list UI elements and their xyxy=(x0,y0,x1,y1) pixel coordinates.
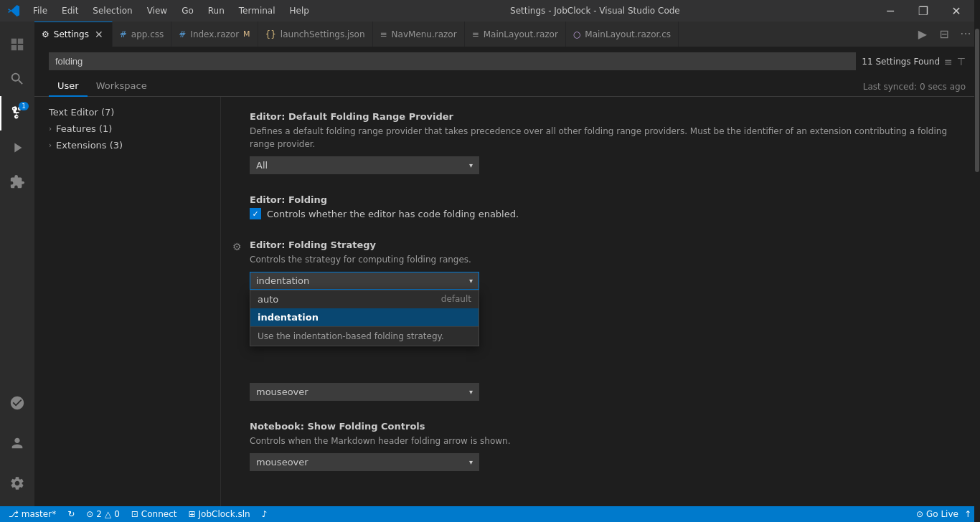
main-layout: 1 ⚙ Settings ✕ # app.cs xyxy=(0,22,980,506)
status-notifications[interactable]: ↑ xyxy=(961,509,974,519)
tab-workspace[interactable]: Workspace xyxy=(88,76,156,97)
extensions-label: Extensions (3) xyxy=(56,140,123,151)
settings-sidebar: Text Editor (7) › Features (1) › Extensi… xyxy=(34,97,221,506)
source-control-badge: 1 xyxy=(19,102,29,110)
folding-checkbox[interactable]: ✓ xyxy=(250,208,261,219)
chevron-down-icon-3: ▾ xyxy=(469,388,473,396)
restore-button[interactable]: ❐ xyxy=(907,0,940,22)
settings-tab-label: Settings xyxy=(54,29,89,39)
menu-edit[interactable]: Edit xyxy=(55,3,85,19)
menu-run[interactable]: Run xyxy=(201,3,232,19)
bell-icon: ↑ xyxy=(964,509,971,519)
folding-prefix: Editor: xyxy=(250,194,288,205)
tab-settings[interactable]: ⚙ Settings ✕ xyxy=(34,22,113,47)
setting-title-notebook-folding: Notebook: Show Folding Controls xyxy=(250,421,951,432)
tab-app-css[interactable]: # app.css xyxy=(113,22,172,47)
search-wrapper xyxy=(49,52,856,70)
activity-extensions[interactable] xyxy=(0,165,34,199)
tab-launch-settings[interactable]: {} launchSettings.json xyxy=(258,22,373,47)
features-chevron: › xyxy=(49,125,52,133)
show-folding-controls-value: mouseover xyxy=(256,457,308,468)
search-input[interactable] xyxy=(49,52,856,70)
menu-view[interactable]: View xyxy=(140,3,174,19)
tab-index-razor[interactable]: # Index.razor M xyxy=(171,22,258,47)
minimize-button[interactable]: ─ xyxy=(874,0,907,22)
sync-info: Last synced: 0 secs ago xyxy=(863,82,966,96)
dropdown-option-auto[interactable]: auto default xyxy=(250,290,479,308)
branch-name: master* xyxy=(22,509,56,519)
folding-bold: Folding xyxy=(288,194,327,205)
menu-go[interactable]: Go xyxy=(174,3,201,19)
menu-help[interactable]: Help xyxy=(283,3,316,19)
mouseover-value-hidden: mouseover xyxy=(256,386,308,397)
features-label: Features (1) xyxy=(56,123,112,134)
app-css-tab-icon: # xyxy=(120,29,127,39)
setting-desc-strategy: Controls the strategy for computing fold… xyxy=(250,253,951,266)
default-folding-provider-select[interactable]: All ▾ xyxy=(250,156,479,174)
activity-source-control[interactable]: 1 xyxy=(0,96,34,130)
notebook-bold: Show Folding Controls xyxy=(307,421,425,432)
sidebar-extensions[interactable]: › Extensions (3) xyxy=(34,137,220,153)
text-editor-label: Text Editor (7) xyxy=(49,107,114,118)
menu-bar: File Edit Selection View Go Run Terminal… xyxy=(26,3,316,19)
status-branch[interactable]: ⎇ master* xyxy=(6,509,59,519)
setting-folding: Editor: Folding ✓ Controls whether the e… xyxy=(250,194,951,219)
tab-user[interactable]: User xyxy=(49,76,88,97)
gear-icon[interactable]: ⚙ xyxy=(232,241,242,252)
more-actions-button[interactable]: ··· xyxy=(956,24,976,44)
extensions-chevron: › xyxy=(49,141,52,149)
filter-icon[interactable]: ⊤ xyxy=(957,56,966,67)
sidebar-text-editor[interactable]: Text Editor (7) xyxy=(34,104,220,120)
settings-tabs: User Workspace Last synced: 0 secs ago xyxy=(34,76,980,97)
hidden-select[interactable]: mouseover ▾ xyxy=(250,383,479,401)
tab-actions: ▶ ⊟ ··· xyxy=(913,22,980,47)
activity-remote[interactable] xyxy=(0,386,34,420)
activity-manage[interactable] xyxy=(0,466,34,500)
tab-navmenu-razor[interactable]: ≡ NavMenu.razor xyxy=(373,22,465,47)
sync-icon: ↻ xyxy=(67,509,75,519)
activity-run[interactable] xyxy=(0,130,34,165)
status-sync[interactable]: ↻ xyxy=(65,509,77,519)
vscode-logo xyxy=(7,4,20,17)
chevron-down-icon-2: ▾ xyxy=(469,277,473,285)
dropdown-option-indentation[interactable]: indentation xyxy=(250,308,479,326)
error-icon: ⊙ xyxy=(86,509,93,519)
go-live-label: Go Live xyxy=(926,509,958,519)
setting-bold-1: Default Folding Range Provider xyxy=(288,111,453,122)
tab-mainlayout-razor-cs[interactable]: ○ MainLayout.razor.cs xyxy=(566,22,679,47)
window-title: Settings - JobClock - Visual Studio Code xyxy=(316,6,874,16)
status-project[interactable]: ⊞ JobClock.sln xyxy=(185,509,253,519)
clear-filter-icon[interactable]: ≡ xyxy=(944,56,953,67)
status-go-live[interactable]: ⊙ Go Live xyxy=(913,509,961,519)
status-music[interactable]: ♪ xyxy=(259,509,270,519)
results-count: 11 Settings Found xyxy=(862,57,940,67)
split-editor-button[interactable]: ⊟ xyxy=(934,24,954,44)
status-bar: ⎇ master* ↻ ⊙ 2 △ 0 ⊡ Connect ⊞ JobClock… xyxy=(0,506,980,522)
status-errors[interactable]: ⊙ 2 △ 0 xyxy=(83,509,123,519)
folding-strategy-select[interactable]: indentation ▾ xyxy=(250,272,479,290)
settings-tab-icon: ⚙ xyxy=(42,29,50,39)
scrollbar-thumb[interactable] xyxy=(975,97,979,172)
status-connect[interactable]: ⊡ Connect xyxy=(128,509,180,519)
menu-terminal[interactable]: Terminal xyxy=(232,3,283,19)
close-button[interactable]: ✕ xyxy=(940,0,973,22)
settings-main: Editor: Default Folding Range Provider D… xyxy=(221,97,980,506)
settings-tab-close[interactable]: ✕ xyxy=(93,29,105,40)
tab-mainlayout-razor[interactable]: ≡ MainLayout.razor xyxy=(465,22,566,47)
activity-search[interactable] xyxy=(0,62,34,96)
menu-selection[interactable]: Selection xyxy=(85,3,139,19)
show-folding-controls-select[interactable]: mouseover ▾ xyxy=(250,453,479,471)
activity-account[interactable] xyxy=(0,426,34,460)
sidebar-features[interactable]: › Features (1) xyxy=(34,120,220,137)
modified-badge: M xyxy=(243,29,250,39)
mainlayout-tab-icon: ≡ xyxy=(472,29,479,39)
setting-desc-notebook: Controls when the Markdown header foldin… xyxy=(250,435,951,447)
setting-prefix-1: Editor: xyxy=(250,111,288,122)
run-action-button[interactable]: ▶ xyxy=(913,24,933,44)
indentation-option-label: indentation xyxy=(258,312,319,323)
activity-explorer[interactable] xyxy=(0,27,34,62)
menu-file[interactable]: File xyxy=(26,3,55,19)
notebook-prefix: Notebook: xyxy=(250,421,307,432)
setting-show-folding-controls: Notebook: Show Folding Controls Controls… xyxy=(250,421,951,471)
check-icon: ✓ xyxy=(252,209,258,219)
